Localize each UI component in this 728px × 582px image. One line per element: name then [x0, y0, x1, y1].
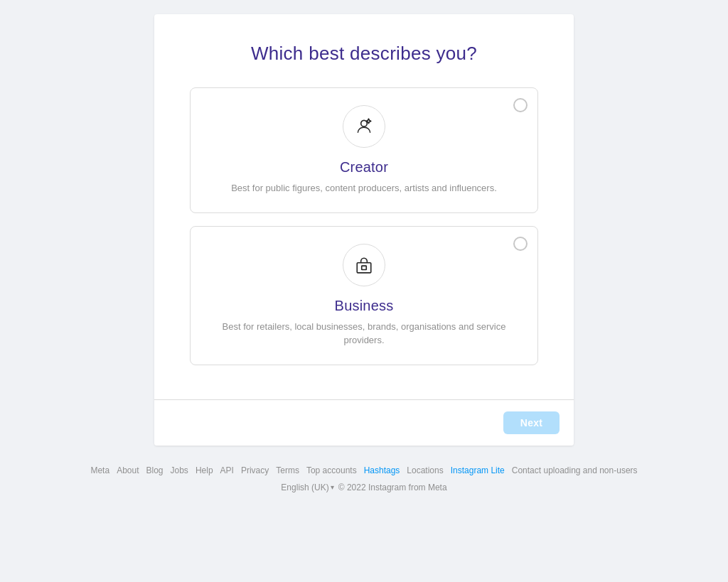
creator-title: Creator: [205, 159, 523, 176]
footer-link-meta[interactable]: Meta: [90, 465, 109, 475]
footer-link-instagram-lite[interactable]: Instagram Lite: [451, 465, 505, 475]
copyright-text: © 2022 Instagram from Meta: [338, 483, 447, 492]
footer-link-api[interactable]: API: [220, 465, 234, 475]
footer-link-top-accounts[interactable]: Top accounts: [306, 465, 357, 475]
card-footer: Next: [154, 399, 574, 446]
creator-description: Best for public figures, content produce…: [205, 181, 523, 195]
footer-link-blog[interactable]: Blog: [146, 465, 163, 475]
business-icon-circle: [343, 244, 385, 286]
business-title: Business: [205, 298, 523, 314]
footer-link-jobs[interactable]: Jobs: [171, 465, 188, 475]
svg-rect-2: [362, 266, 367, 269]
footer-link-terms[interactable]: Terms: [276, 465, 299, 475]
svg-rect-1: [357, 262, 371, 272]
business-option[interactable]: Business Best for retailers, local busin…: [190, 226, 538, 365]
next-button[interactable]: Next: [503, 411, 560, 434]
footer-link-hashtags[interactable]: Hashtags: [364, 465, 400, 475]
creator-option[interactable]: Creator Best for public figures, content…: [190, 87, 538, 213]
footer-link-help[interactable]: Help: [196, 465, 213, 475]
page-title: Which best describes you?: [190, 43, 538, 65]
footer-links-row: Meta About Blog Jobs Help API Privacy Te…: [90, 465, 637, 475]
footer-link-privacy[interactable]: Privacy: [241, 465, 269, 475]
creator-radio[interactable]: [513, 98, 528, 112]
footer-link-locations[interactable]: Locations: [407, 465, 443, 475]
main-card: Which best describes you? Creator Best f…: [154, 14, 574, 446]
business-radio[interactable]: [513, 237, 528, 251]
card-content: Which best describes you? Creator Best f…: [154, 14, 574, 399]
business-description: Best for retailers, local businesses, br…: [205, 320, 523, 347]
footer-bottom: English (UK) © 2022 Instagram from Meta: [90, 483, 637, 492]
footer-link-contact[interactable]: Contact uploading and non-users: [512, 465, 638, 475]
creator-icon: [355, 117, 373, 136]
creator-icon-circle: [343, 105, 385, 148]
footer-link-about[interactable]: About: [117, 465, 139, 475]
footer-links: Meta About Blog Jobs Help API Privacy Te…: [90, 465, 637, 500]
business-icon: [355, 256, 373, 274]
language-selector[interactable]: English (UK): [281, 483, 333, 492]
